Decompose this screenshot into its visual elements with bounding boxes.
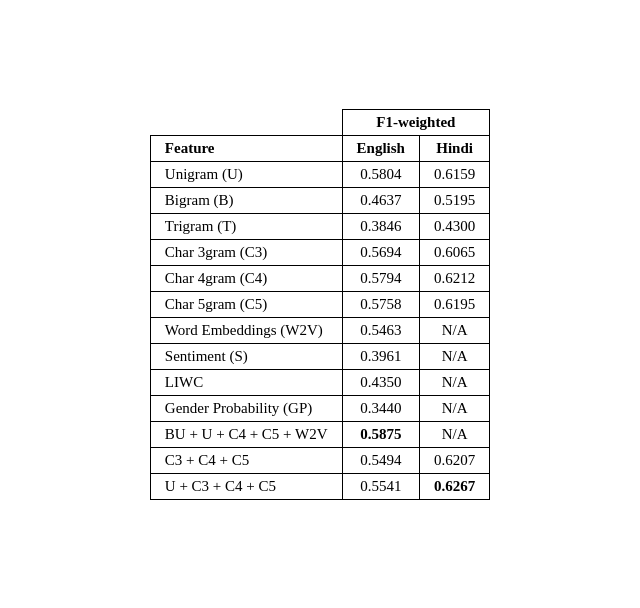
f1-weighted-header: F1-weighted (342, 109, 490, 135)
feature-cell: C3 + C4 + C5 (150, 447, 342, 473)
header-row-top: F1-weighted (150, 109, 489, 135)
table-row: Unigram (U)0.58040.6159 (150, 161, 489, 187)
table-row: LIWC0.4350N/A (150, 369, 489, 395)
feature-cell: LIWC (150, 369, 342, 395)
table-row: Word Embeddings (W2V)0.5463N/A (150, 317, 489, 343)
hindi-cell: 0.6065 (419, 239, 489, 265)
english-cell: 0.5694 (342, 239, 419, 265)
english-cell: 0.5804 (342, 161, 419, 187)
feature-cell: Word Embeddings (W2V) (150, 317, 342, 343)
english-cell: 0.5541 (342, 473, 419, 499)
english-cell: 0.5463 (342, 317, 419, 343)
table-row: Bigram (B)0.46370.5195 (150, 187, 489, 213)
table-row: Trigram (T)0.38460.4300 (150, 213, 489, 239)
table-row: BU + U + C4 + C5 + W2V0.5875N/A (150, 421, 489, 447)
english-cell: 0.4350 (342, 369, 419, 395)
english-cell: 0.5758 (342, 291, 419, 317)
feature-cell: Trigram (T) (150, 213, 342, 239)
feature-cell: Char 3gram (C3) (150, 239, 342, 265)
feature-cell: Char 5gram (C5) (150, 291, 342, 317)
feature-cell: Unigram (U) (150, 161, 342, 187)
english-column-header: English (342, 135, 419, 161)
table-row: Gender Probability (GP)0.3440N/A (150, 395, 489, 421)
hindi-cell: 0.6159 (419, 161, 489, 187)
hindi-cell: N/A (419, 421, 489, 447)
table-row: Char 4gram (C4)0.57940.6212 (150, 265, 489, 291)
feature-cell: U + C3 + C4 + C5 (150, 473, 342, 499)
hindi-column-header: Hindi (419, 135, 489, 161)
hindi-cell: N/A (419, 369, 489, 395)
hindi-cell: 0.6267 (419, 473, 489, 499)
hindi-cell: N/A (419, 343, 489, 369)
feature-cell: Bigram (B) (150, 187, 342, 213)
hindi-cell: N/A (419, 317, 489, 343)
feature-cell: BU + U + C4 + C5 + W2V (150, 421, 342, 447)
hindi-cell: 0.4300 (419, 213, 489, 239)
empty-header (150, 109, 342, 135)
hindi-cell: N/A (419, 395, 489, 421)
feature-column-header: Feature (150, 135, 342, 161)
english-cell: 0.5494 (342, 447, 419, 473)
english-cell: 0.5794 (342, 265, 419, 291)
header-row-bottom: Feature English Hindi (150, 135, 489, 161)
english-cell: 0.3846 (342, 213, 419, 239)
english-cell: 0.4637 (342, 187, 419, 213)
table-row: C3 + C4 + C50.54940.6207 (150, 447, 489, 473)
hindi-cell: 0.5195 (419, 187, 489, 213)
hindi-cell: 0.6212 (419, 265, 489, 291)
feature-cell: Char 4gram (C4) (150, 265, 342, 291)
english-cell: 0.3440 (342, 395, 419, 421)
hindi-cell: 0.6195 (419, 291, 489, 317)
feature-cell: Gender Probability (GP) (150, 395, 342, 421)
feature-cell: Sentiment (S) (150, 343, 342, 369)
table-body: Unigram (U)0.58040.6159Bigram (B)0.46370… (150, 161, 489, 499)
results-table: F1-weighted Feature English Hindi Unigra… (150, 109, 490, 500)
table-row: Sentiment (S)0.3961N/A (150, 343, 489, 369)
table-row: U + C3 + C4 + C50.55410.6267 (150, 473, 489, 499)
table-row: Char 5gram (C5)0.57580.6195 (150, 291, 489, 317)
hindi-cell: 0.6207 (419, 447, 489, 473)
main-container: F1-weighted Feature English Hindi Unigra… (120, 89, 520, 520)
english-cell: 0.3961 (342, 343, 419, 369)
table-row: Char 3gram (C3)0.56940.6065 (150, 239, 489, 265)
english-cell: 0.5875 (342, 421, 419, 447)
